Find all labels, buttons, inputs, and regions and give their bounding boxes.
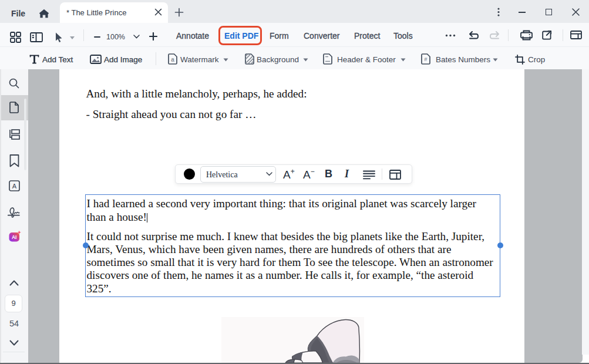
svg-text:AI: AI <box>12 234 17 240</box>
svg-text:A: A <box>12 183 17 190</box>
svg-text:a: a <box>171 56 174 63</box>
svg-text:#: # <box>424 56 428 62</box>
